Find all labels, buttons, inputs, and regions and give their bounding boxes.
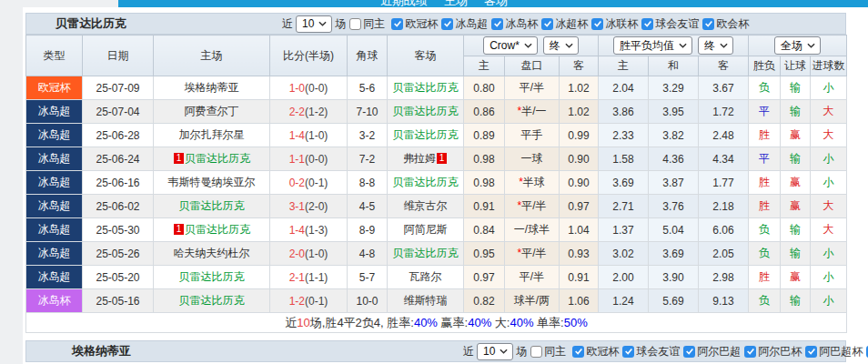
- home-team-name[interactable]: 阿费查尔丁: [185, 105, 239, 117]
- team-name-title: 贝雷达比历克: [56, 15, 126, 32]
- league-filter-checkbox[interactable]: 阿尔巴超: [683, 344, 741, 359]
- match-date: 25-06-16: [83, 171, 154, 195]
- home-team-name[interactable]: 埃格纳蒂亚: [185, 81, 239, 94]
- same-host-checkbox[interactable]: 同主: [349, 16, 385, 32]
- home-team-name[interactable]: 哈夫纳夫约杜尔: [174, 247, 250, 259]
- away-team-name[interactable]: 维京古尔: [404, 199, 448, 212]
- away-team-name[interactable]: 瓦路尔: [409, 270, 442, 283]
- match-history-table: 类型 日期 主场 比分(半场) 角球 客场 Crow* 终: [25, 35, 847, 333]
- crown-home-odds: 0.98: [464, 147, 505, 171]
- handicap-result: 输: [781, 242, 811, 266]
- crown-away-odds: 0.93: [560, 242, 599, 266]
- score-cell: 2-1(1-1): [270, 266, 348, 289]
- league-filter-checkbox[interactable]: 球会友谊: [641, 16, 699, 32]
- goals-result: 大: [811, 195, 847, 218]
- home-team-name[interactable]: 加尔扎拜尔星: [179, 128, 245, 141]
- crown-away-odds: 0.99: [560, 124, 599, 147]
- euro-draw-odds: 3.95: [649, 100, 699, 124]
- home-team-name[interactable]: 贝雷达比历克: [179, 270, 245, 283]
- away-team-cell: 贝雷达比历克: [388, 100, 464, 124]
- col-header-crown-away: 客: [560, 56, 599, 76]
- league-filter-checkbox[interactable]: 阿尔巴杯: [744, 344, 802, 359]
- away-team-name[interactable]: 贝雷达比历克: [393, 176, 459, 188]
- chevron-down-icon: [500, 349, 508, 354]
- checkbox-icon: [541, 18, 553, 30]
- match-row: 冰岛超 25-06-16 韦斯特曼纳埃亚尔 0-2(0-1) 8-8 贝雷达比历…: [26, 171, 847, 195]
- away-team-cell: 贝雷达比历克: [388, 76, 464, 100]
- home-team-name[interactable]: 贝雷达比历克: [185, 223, 250, 236]
- league-filter-checkbox[interactable]: 球会友谊: [622, 344, 680, 359]
- away-team-name[interactable]: 贝雷达比历克: [393, 81, 459, 94]
- league-filter-checkbox[interactable]: 阿巴超杯: [805, 344, 863, 359]
- score-cell: 1-2(0-1): [270, 289, 348, 313]
- chevron-down-icon: [720, 43, 728, 48]
- checkbox-icon: [805, 346, 817, 358]
- goals-result: 小: [811, 289, 847, 313]
- crown-away-odds: 0.97: [560, 195, 599, 218]
- bookmaker-select[interactable]: Crow*: [483, 36, 538, 55]
- outcome-result: 胜: [749, 124, 781, 147]
- home-team-name[interactable]: 贝雷达比历克: [179, 199, 245, 212]
- crown-handicap: *半球: [505, 171, 560, 195]
- match-count-select[interactable]: 10: [477, 343, 513, 360]
- nav-tab[interactable]: 主场: [444, 0, 468, 7]
- goals-result: 大: [811, 124, 847, 147]
- col-header-home: 主场: [154, 35, 270, 76]
- col-header-crown-handicap: 盘口: [505, 56, 560, 76]
- odds-average-select[interactable]: 胜平负均值: [613, 36, 692, 55]
- league-filter-checkbox[interactable]: 冰岛杯: [491, 16, 538, 32]
- euro-away-odds: 9.13: [699, 289, 749, 313]
- handicap-result: 赢: [781, 124, 811, 147]
- team-history-header: 埃格纳蒂亚 近 10 场 同主 欧冠杯 球会友谊 阿尔巴超 阿尔巴杯 阿巴超: [25, 340, 846, 362]
- euro-away-odds: 2.48: [699, 124, 749, 147]
- handicap-result: 赢: [781, 171, 811, 195]
- away-team-name[interactable]: 阿简尼斯: [404, 223, 448, 236]
- home-team-cell: 哈夫纳夫约杜尔: [154, 242, 270, 266]
- home-team-name[interactable]: 贝雷达比历克: [179, 294, 245, 307]
- euro-home-odds: 2.04: [599, 76, 649, 100]
- checkbox-icon: [683, 346, 695, 358]
- rank-badge: 1: [437, 153, 447, 164]
- league-filter-checkbox[interactable]: 冰超杯: [541, 16, 588, 32]
- content-panel: 贝雷达比历克 近 10 场 同主 欧冠杯 冰岛超 冰岛杯 冰超杯 冰联杯: [23, 7, 868, 364]
- outcome-result: 平: [749, 100, 781, 124]
- crown-home-odds: 0.91: [464, 195, 505, 218]
- crown-home-odds: 0.97: [464, 266, 505, 289]
- euro-stage-select[interactable]: 终: [698, 36, 733, 55]
- match-date: 25-05-30: [83, 218, 154, 242]
- away-team-name[interactable]: 弗拉姆: [403, 152, 436, 165]
- near-label: 近: [463, 344, 474, 359]
- home-team-name[interactable]: 贝雷达比历克: [185, 152, 250, 165]
- scope-select[interactable]: 全场: [774, 36, 821, 55]
- away-team-name[interactable]: 贝雷达比历克: [393, 247, 459, 259]
- league-filter-checkbox[interactable]: 冰岛超: [441, 16, 488, 32]
- same-host-checkbox[interactable]: 同主: [530, 344, 566, 359]
- match-count-select[interactable]: 10: [296, 15, 332, 33]
- away-team-cell: 弗拉姆1: [388, 147, 464, 171]
- league-filter-checkbox[interactable]: 欧冠杯: [391, 16, 438, 32]
- nav-tab[interactable]: 客场: [484, 0, 508, 7]
- away-team-cell: 贝雷达比历克: [388, 124, 464, 147]
- euro-home-odds: 3.69: [599, 171, 649, 195]
- score-cell: 3-1(2-0): [270, 195, 348, 218]
- match-row: 冰岛超 25-05-26 哈夫纳夫约杜尔 2-0(1-0) 4-8 贝雷达比历克…: [26, 242, 847, 266]
- checkbox-icon: [744, 346, 756, 358]
- nav-tab[interactable]: 近期战绩: [380, 0, 428, 7]
- euro-home-odds: 2.71: [599, 195, 649, 218]
- league-filter-checkbox[interactable]: 欧冠杯: [572, 344, 619, 359]
- league-filter-checkbox[interactable]: 冰联杯: [591, 16, 638, 32]
- home-team-name[interactable]: 韦斯特曼纳埃亚尔: [168, 176, 256, 188]
- away-team-name[interactable]: 贝雷达比历克: [393, 128, 459, 141]
- handicap-result: 输: [781, 100, 811, 124]
- chevron-down-icon: [807, 43, 815, 48]
- home-team-cell: 贝雷达比历克: [154, 195, 270, 218]
- history-filters: 近 10 场 同主 欧冠杯 球会友谊 阿尔巴超 阿尔巴杯 阿巴超杯: [460, 343, 868, 360]
- away-team-name[interactable]: 维斯特瑞: [404, 294, 448, 307]
- away-team-name[interactable]: 贝雷达比历克: [393, 105, 459, 117]
- league-filter-checkbox[interactable]: 欧会杯: [702, 16, 749, 32]
- euro-home-odds: 3.02: [599, 242, 649, 266]
- match-row: 冰岛超 25-06-02 贝雷达比历克 3-1(2-0) 4-5 维京古尔 0.…: [26, 195, 847, 218]
- crown-stage-select[interactable]: 终: [543, 36, 579, 55]
- euro-home-odds: 3.86: [599, 100, 649, 124]
- col-header-away: 客场: [388, 35, 464, 76]
